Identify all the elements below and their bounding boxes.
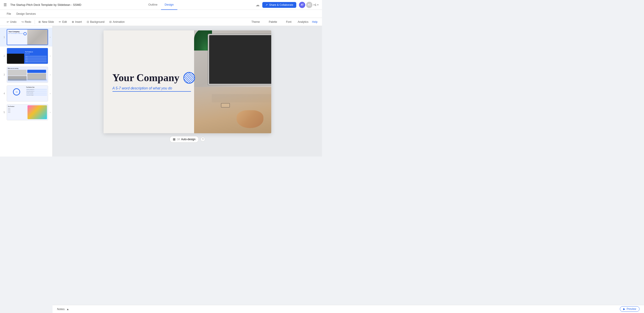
auto-design-bar: ⊞ Off Auto-design ? (170, 136, 205, 143)
company-tagline: A 5-7 word description of what you do (112, 86, 191, 92)
file-menu-button[interactable]: File (4, 12, 13, 16)
app-title: The Startup Pitch Deck Template by Slide… (10, 3, 252, 6)
nav-right: ☁ ↗ Share & Collaborate AT AC +1 ▾ (256, 2, 318, 8)
tab-theme[interactable]: Theme (249, 20, 262, 24)
undo-button[interactable]: ↩ Undo (4, 20, 19, 24)
auto-design-icon: ⊞ (173, 138, 176, 141)
help-link[interactable]: Help (312, 20, 318, 24)
share-icon: ↗ (266, 3, 268, 6)
slide-number-1: 1 (2, 36, 5, 38)
insert-icon: ⊕ (72, 20, 74, 24)
insert-button[interactable]: ⊕ Insert (70, 20, 84, 24)
slide-thumbnail-5: The Product • Point 1 • Point 2 • Point … (7, 104, 48, 120)
canvas-area: Your Company A 5-7 word description of w… (52, 26, 322, 156)
slide-number-2: 2 (2, 54, 5, 57)
slide-thumbnail-1: Your Company A 5-7 word description of w… (7, 29, 48, 45)
slide-item-4[interactable]: 4 TAM The Market Size Use these comparis… (0, 84, 52, 103)
main-layout: 1 Your Company A 5-7 word description of… (0, 26, 322, 156)
slide-item-1[interactable]: 1 Your Company A 5-7 word description of… (0, 28, 52, 46)
thumb1-title: Your Company (8, 31, 20, 32)
slide-number-5: 5 (2, 111, 5, 114)
help-circle-icon[interactable]: ? (200, 137, 205, 142)
auto-design-off-label: Off (177, 138, 180, 141)
file-toolbar: File Design Services (0, 10, 322, 18)
separator (35, 20, 35, 24)
file-menu-group: File Design Services (4, 12, 38, 16)
slide-item-3[interactable]: 3 Who we are serving (0, 65, 52, 84)
redo-icon: ↪ (22, 20, 24, 24)
slide-number-4: 4 (2, 92, 5, 95)
thumb1-content: Your Company A 5-7 word description of w… (7, 30, 48, 45)
thumb1-subtitle: A 5-7 word description of what you do (8, 33, 24, 34)
chevron-down-icon[interactable]: ▾ (317, 4, 318, 6)
slide-5-expand-icon[interactable]: › (50, 111, 50, 114)
cloud-icon: ☁ (256, 2, 260, 8)
slide-2-expand-icon[interactable]: › (50, 55, 50, 57)
share-collaborate-button[interactable]: ↗ Share & Collaborate (262, 2, 296, 8)
background-button[interactable]: ⊡ Background (84, 20, 107, 24)
avatar-group: AT AC +1 ▾ (299, 2, 318, 8)
company-logo (183, 72, 195, 84)
slide-photo-area (194, 30, 271, 133)
avatar-at: AT (299, 2, 305, 8)
slide-item-2[interactable]: 2 The Problem & Opportunity Point 1 Poin… (0, 46, 52, 65)
design-services-button[interactable]: Design Services (14, 12, 38, 16)
company-name: Your Company (112, 72, 180, 84)
auto-design-button[interactable]: ⊞ Off Auto-design (170, 136, 199, 143)
user-count: +1 (313, 3, 316, 6)
tab-outline[interactable]: Outline (145, 0, 161, 10)
slide-thumbnail-4: TAM The Market Size Use these comparison… (7, 86, 48, 102)
slide-1-expand-icon[interactable]: › (50, 36, 50, 38)
slides-panel: 1 Your Company A 5-7 word description of… (0, 26, 52, 156)
auto-design-label: Auto-design (181, 138, 196, 141)
edit-button[interactable]: ✏ Edit (56, 20, 69, 24)
undo-icon: ↩ (7, 20, 9, 24)
slide-thumbnail-2: The Problem & Opportunity Point 1 Point … (7, 48, 48, 64)
slide-4-expand-icon[interactable]: › (50, 92, 50, 95)
background-icon: ⊡ (87, 20, 89, 24)
slide-text-area: Your Company A 5-7 word description of w… (112, 72, 200, 92)
tab-font[interactable]: Font (283, 20, 294, 24)
edit-tools-group: ↩ Undo ↪ Redo ⊞ New Slide ✏ Edit ⊕ Inser… (4, 20, 127, 24)
slide-3-expand-icon[interactable]: › (50, 74, 50, 76)
slide-item-5[interactable]: 5 The Product • Point 1 • Point 2 • Poin… (0, 103, 52, 122)
new-slide-button[interactable]: ⊞ New Slide (36, 20, 56, 24)
edit-icon: ✏ (59, 20, 61, 24)
avatar-ac: AC (306, 2, 312, 8)
hamburger-icon[interactable]: ☰ (4, 3, 7, 7)
design-toolbar: ↩ Undo ↪ Redo ⊞ New Slide ✏ Edit ⊕ Inser… (0, 18, 322, 26)
nav-tabs: Outline Design (145, 0, 177, 10)
analytics-link[interactable]: Analytics (298, 20, 308, 24)
tab-design[interactable]: Design (161, 0, 177, 10)
tab-palette[interactable]: Palette (266, 20, 280, 24)
new-slide-icon: ⊞ (38, 20, 41, 24)
slide-number-3: 3 (2, 73, 5, 76)
slide-canvas[interactable]: Your Company A 5-7 word description of w… (104, 30, 271, 133)
animation-button[interactable]: ⊟ Animation (107, 20, 127, 24)
redo-button[interactable]: ↪ Redo (19, 20, 34, 24)
slide-thumbnail-3: Who we are serving (7, 66, 48, 83)
design-tabs-group: Theme Palette Font Analytics Help (249, 20, 318, 24)
thumb1-logo (24, 32, 26, 35)
thumb1-photo (27, 30, 48, 45)
top-navigation: ☰ The Startup Pitch Deck Template by Sli… (0, 0, 322, 10)
animation-icon: ⊟ (109, 20, 112, 24)
